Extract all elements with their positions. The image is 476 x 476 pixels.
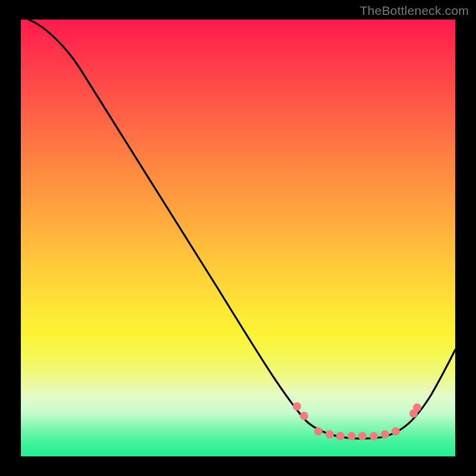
- marker-dot: [381, 430, 389, 439]
- marker-dot: [314, 427, 322, 436]
- marker-group: [293, 402, 421, 440]
- marker-dot: [300, 412, 308, 420]
- marker-dot: [347, 432, 356, 440]
- marker-dot: [392, 427, 400, 436]
- marker-dot: [358, 432, 367, 440]
- chart-frame: TheBottleneck.com: [0, 0, 476, 476]
- watermark-text: TheBottleneck.com: [360, 4, 469, 18]
- marker-dot: [413, 403, 421, 412]
- curve-group: [29, 20, 455, 439]
- marker-dot: [369, 432, 378, 440]
- marker-dot: [336, 432, 345, 440]
- plot-area: [21, 20, 455, 456]
- marker-dot: [293, 402, 301, 411]
- chart-svg: [21, 20, 455, 456]
- marker-dot: [325, 430, 334, 439]
- bottleneck-curve: [29, 20, 455, 439]
